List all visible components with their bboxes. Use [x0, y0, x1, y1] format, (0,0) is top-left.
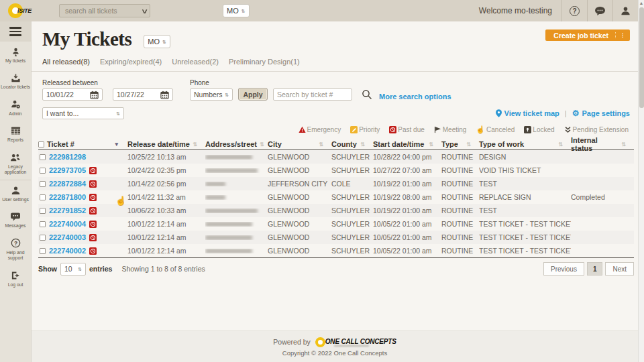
- release-datetime-cell: 10/14/22 02:56 pm: [127, 180, 205, 188]
- table-row[interactable]: 222871800 10/14/22 11:32 am GLENWOOD SCH…: [38, 190, 634, 204]
- scrollbar-thumb[interactable]: [639, 7, 644, 108]
- row-checkbox[interactable]: [40, 248, 46, 254]
- sidebar-item-log-out[interactable]: Log out: [0, 265, 31, 292]
- phone-type-select[interactable]: Numbers ⇅: [190, 88, 233, 101]
- ticket-number-link[interactable]: 222872884: [49, 180, 86, 188]
- row-checkbox[interactable]: [40, 235, 46, 241]
- ticket-search-input[interactable]: [277, 90, 348, 99]
- column-header-release-date-time[interactable]: Release date/time⇅: [127, 140, 205, 148]
- city-cell: GLENWOOD: [268, 193, 331, 201]
- tab-preliminary-design-1[interactable]: Preliminary Design(1): [229, 58, 300, 66]
- ticket-number-link[interactable]: 222740004: [49, 220, 86, 228]
- column-header-address-street[interactable]: Address/street⇅: [205, 140, 268, 148]
- menu-toggle-button[interactable]: [0, 21, 31, 42]
- sidebar-item-legacy-application[interactable]: Legacy application: [0, 147, 31, 180]
- table-row[interactable]: 222791852 10/06/22 10:33 am GLENWOOD SCH…: [38, 204, 634, 217]
- sidebar-item-my-tickets[interactable]: My tickets: [0, 42, 31, 68]
- column-header-city[interactable]: City⇅: [268, 140, 331, 148]
- sort-desc-icon: ▾: [115, 141, 118, 147]
- address-cell: [205, 249, 268, 253]
- tab-unreleased-2[interactable]: Unreleased(2): [172, 58, 219, 66]
- sidebar-item-messages[interactable]: Messages: [0, 206, 31, 233]
- previous-page-button[interactable]: Previous: [543, 262, 584, 276]
- apply-button[interactable]: Apply: [238, 88, 268, 101]
- calendar-icon[interactable]: [90, 90, 99, 99]
- calendar-icon[interactable]: [160, 90, 169, 99]
- page-scrollbar[interactable]: ▲: [638, 0, 644, 362]
- table-row[interactable]: 222981298 10/25/22 10:13 am GLENWOOD SCH…: [38, 150, 634, 164]
- ticket-number-link[interactable]: 222740002: [49, 247, 86, 255]
- chevron-down-icon[interactable]: ∨: [140, 7, 148, 15]
- ticket-search-field[interactable]: [273, 88, 352, 101]
- i-want-to-select[interactable]: I want to... ⇅: [42, 107, 124, 119]
- sidebar-item-admin[interactable]: Admin: [0, 95, 31, 121]
- column-header-type[interactable]: Type⇅: [441, 140, 479, 148]
- chat-icon: [594, 6, 606, 16]
- help-icon: ?: [570, 6, 580, 16]
- date-from-field[interactable]: [42, 88, 103, 101]
- entries-per-page-select[interactable]: 10 ⇅: [60, 263, 86, 276]
- topbar: iSITE ∨ MO ⇅ Welcome mo-testing ?: [0, 0, 638, 21]
- column-header-ticket[interactable]: Ticket #▾: [38, 140, 127, 148]
- help-button[interactable]: ?: [561, 0, 587, 21]
- topbar-state-select[interactable]: MO ⇅: [223, 4, 250, 17]
- scrollbar-up-arrow[interactable]: ▲: [639, 0, 644, 7]
- legend-pending-extension: Pending Extension: [564, 126, 629, 133]
- show-label: Show: [38, 265, 57, 273]
- start-datetime-cell: 10/19/22 08:00 am: [373, 193, 441, 201]
- column-header-internal-status[interactable]: Internal status⇅: [571, 136, 634, 152]
- row-checkbox[interactable]: [40, 194, 46, 200]
- current-page-button[interactable]: 1: [587, 262, 603, 276]
- ticket-number-link[interactable]: 222871800: [49, 193, 86, 201]
- column-header-type-of-work[interactable]: Type of work⇅: [479, 140, 571, 148]
- search-icon[interactable]: [362, 89, 372, 100]
- sidebar-item-locator-tickets[interactable]: Locator tickets: [0, 68, 31, 94]
- page-settings-link[interactable]: ⚙ Page settings: [572, 109, 630, 117]
- account-button[interactable]: [612, 0, 638, 21]
- address-cell: [205, 155, 268, 160]
- select-all-checkbox[interactable]: [38, 141, 44, 147]
- global-search-input[interactable]: [65, 7, 142, 15]
- type-of-work-cell: REPLACE SIGN: [479, 193, 571, 201]
- updown-icon: ⇅: [116, 111, 120, 116]
- tab-all-released-8[interactable]: All released(8): [42, 58, 90, 66]
- sidebar-item-help-and-support[interactable]: ? Help and support: [0, 233, 31, 265]
- ticket-number-link[interactable]: 222973705: [49, 166, 86, 174]
- table-row[interactable]: 222740004 10/01/22 12:14 am GLENWOOD SCH…: [38, 217, 634, 231]
- date-to-field[interactable]: [113, 88, 173, 101]
- row-checkbox[interactable]: [40, 221, 46, 227]
- table-row[interactable]: 222973705 10/24/22 02:35 pm GLENWOOD SCH…: [38, 164, 634, 177]
- type-cell: ROUTINE: [441, 193, 479, 201]
- legend-priority: Priority: [350, 126, 380, 133]
- more-search-options-link[interactable]: More search options: [379, 93, 451, 101]
- next-page-button[interactable]: Next: [605, 262, 634, 276]
- table-row[interactable]: 222872884 10/14/22 02:56 pm JEFFERSON CI…: [38, 177, 634, 190]
- tab-expiring-expired-4[interactable]: Expiring/expired(4): [100, 58, 162, 66]
- ticket-number-link[interactable]: 222981298: [49, 153, 86, 161]
- column-header-county[interactable]: County⇅: [331, 140, 373, 148]
- row-checkbox[interactable]: [40, 181, 46, 187]
- row-checkbox[interactable]: [40, 208, 46, 214]
- sidebar-item-user-settings[interactable]: User settings: [0, 180, 31, 206]
- view-ticket-map-link[interactable]: View ticket map: [496, 109, 559, 117]
- sidebar-item-reports[interactable]: Reports: [0, 121, 31, 147]
- address-cell: [205, 168, 268, 173]
- title-state-select[interactable]: MO ⇅: [144, 35, 170, 48]
- table-row[interactable]: 222740002 10/01/22 12:14 am GLENWOOD SCH…: [38, 244, 634, 257]
- row-checkbox[interactable]: [40, 154, 46, 160]
- table-row[interactable]: 222740003 10/01/22 12:14 am GLENWOOD SCH…: [38, 231, 634, 244]
- main-content: My Tickets MO ⇅ Create job ticket ⋮ All …: [32, 21, 638, 362]
- table-header-row: Ticket #▾Release date/time⇅Address/stree…: [38, 136, 634, 150]
- ticket-number-link[interactable]: 222791852: [49, 206, 86, 215]
- row-checkbox[interactable]: [40, 168, 46, 174]
- date-from-input[interactable]: [46, 90, 85, 99]
- release-datetime-cell: 10/14/22 11:32 am: [127, 193, 205, 201]
- create-job-ticket-button[interactable]: Create job ticket ⋮: [545, 29, 630, 41]
- start-datetime-cell: 10/05/22 01:00 am: [373, 247, 441, 255]
- global-search[interactable]: ∨: [59, 4, 150, 17]
- date-to-input[interactable]: [117, 90, 156, 99]
- ticket-number-link[interactable]: 222740003: [49, 233, 86, 241]
- column-header-start-date-time[interactable]: Start date/time⇅: [373, 140, 441, 148]
- messages-button[interactable]: [587, 0, 612, 21]
- create-ticket-dropdown-icon[interactable]: ⋮: [615, 32, 630, 38]
